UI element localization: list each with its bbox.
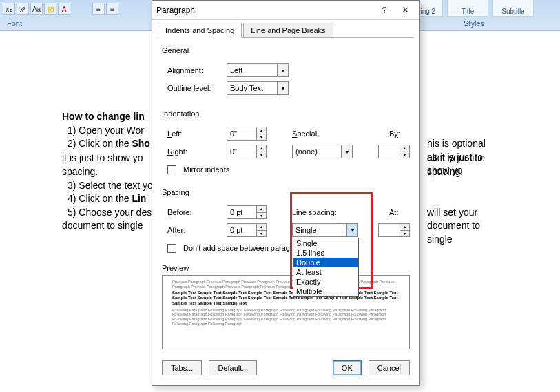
linespacing-option[interactable]: Multiple: [293, 287, 358, 296]
dialog-title: Paragraph: [156, 6, 374, 15]
linespacing-select[interactable]: Single ▾ Single1.5 linesDoubleAt leastEx…: [292, 223, 358, 237]
chevron-down-icon: ▾: [341, 145, 352, 158]
linespacing-option[interactable]: Single: [293, 238, 358, 248]
tab-breaks[interactable]: Line and Page Breaks: [243, 23, 333, 37]
group-spacing: Spacing: [162, 188, 410, 196]
default-button[interactable]: Default...: [209, 360, 257, 375]
ok-button[interactable]: OK: [333, 360, 362, 375]
indent-left-label: Left:: [167, 130, 222, 138]
noadd-checkbox[interactable]: [167, 244, 176, 253]
linespacing-option[interactable]: At least: [293, 267, 358, 277]
by-input[interactable]: ▴▾: [378, 145, 410, 158]
close-button[interactable]: ✕: [395, 3, 415, 18]
noadd-label: Don't add space between paragr: [183, 244, 293, 252]
help-button[interactable]: ?: [374, 3, 395, 18]
paragraph-dialog: Paragraph ? ✕ Indents and Spacing Line a…: [152, 0, 420, 386]
after-label: After:: [167, 226, 222, 234]
chevron-down-icon: ▾: [277, 64, 288, 76]
mirror-label: Mirror indents: [183, 165, 229, 174]
linespacing-dropdown: Single1.5 linesDoubleAt leastExactlyMult…: [293, 238, 359, 297]
spinner-icon[interactable]: ▴▾: [400, 224, 409, 236]
linespacing-option[interactable]: Double: [293, 258, 358, 267]
spinner-icon[interactable]: ▴▾: [256, 145, 266, 158]
outline-label: Outline level:: [167, 84, 222, 92]
cancel-button[interactable]: Cancel: [369, 360, 410, 375]
at-input[interactable]: ▴▾: [378, 223, 410, 237]
special-label: Special:: [292, 130, 333, 138]
tabs-button[interactable]: Tabs...: [162, 360, 202, 375]
spinner-icon[interactable]: ▴▾: [256, 206, 266, 218]
indent-right-label: Right:: [167, 147, 222, 156]
subscript-icon[interactable]: x₂: [3, 3, 15, 15]
ribbon-styles-label: Styles: [464, 19, 484, 28]
highlight-icon[interactable]: ▨: [44, 3, 56, 15]
chevron-down-icon: ▾: [277, 82, 288, 94]
group-general: General: [162, 46, 410, 54]
alignment-select[interactable]: Left ▾: [227, 63, 289, 77]
at-label: At:: [389, 208, 410, 216]
style-subtitle[interactable]: Subtitle: [492, 0, 534, 17]
indent-left-input[interactable]: 0" ▴▾: [227, 127, 267, 141]
group-preview: Preview: [162, 264, 410, 272]
linespacing-option[interactable]: 1.5 lines: [293, 248, 358, 258]
chevron-down-icon: ▾: [346, 224, 357, 236]
dialog-buttons: Tabs... Default... OK Cancel: [152, 353, 419, 382]
mirror-checkbox[interactable]: [167, 165, 176, 174]
superscript-icon[interactable]: x²: [17, 3, 29, 15]
group-indent: Indentation: [162, 110, 410, 118]
preview-box: Previous Paragraph Previous Paragraph Pr…: [162, 275, 410, 349]
before-label: Before:: [167, 208, 222, 216]
tabstrip: Indents and Spacing Line and Page Breaks: [158, 23, 414, 38]
ribbon-font-label: Font: [7, 19, 22, 28]
by-label: By:: [389, 130, 410, 138]
align-left-icon[interactable]: ≡: [92, 3, 105, 15]
linespacing-option[interactable]: Exactly: [293, 277, 358, 287]
special-select[interactable]: (none) ▾: [292, 145, 353, 158]
spinner-icon[interactable]: ▴▾: [256, 127, 266, 140]
before-input[interactable]: 0 pt ▴▾: [227, 205, 267, 219]
spinner-icon[interactable]: ▴▾: [400, 145, 409, 158]
after-input[interactable]: 0 pt ▴▾: [227, 223, 267, 237]
style-title[interactable]: Title: [447, 0, 488, 17]
font-color-icon[interactable]: A: [58, 3, 70, 15]
indent-right-input[interactable]: 0" ▴▾: [227, 145, 267, 158]
tab-indents[interactable]: Indents and Spacing: [158, 23, 242, 38]
alignment-label: Alignment:: [167, 66, 222, 74]
case-icon[interactable]: Aa: [30, 3, 43, 15]
spinner-icon[interactable]: ▴▾: [256, 224, 266, 236]
font-tools: x₂ x² Aa ▨ A ≡ ≡: [3, 3, 118, 15]
linespacing-label: Line spacing:: [292, 208, 347, 216]
titlebar: Paragraph ? ✕: [152, 1, 419, 20]
align-center-icon[interactable]: ≡: [106, 3, 118, 15]
outline-select[interactable]: Body Text ▾: [227, 81, 289, 95]
